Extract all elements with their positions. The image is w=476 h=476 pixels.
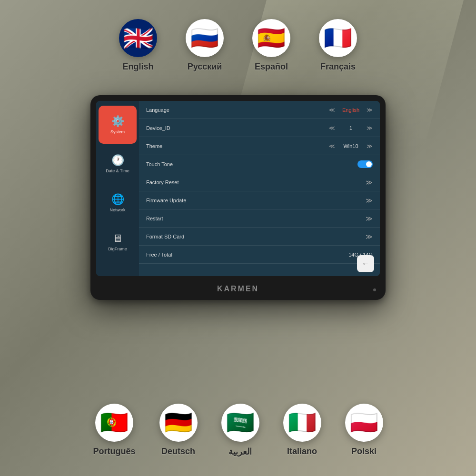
flag-spain: 🇪🇸: [252, 19, 290, 57]
device-id-arrow-right[interactable]: ≫: [367, 125, 373, 131]
sidebar-item-network[interactable]: 🌐 Network: [99, 184, 137, 222]
datetime-icon: 🕐: [111, 154, 124, 167]
device-screen: ⚙️ System 🕐 Date & Time 🌐 Network 🖥 DigF…: [96, 101, 380, 276]
firmware-arrow[interactable]: ≫: [366, 197, 373, 204]
theme-arrow-left[interactable]: ≪: [329, 143, 335, 149]
lang-label-english: English: [122, 62, 153, 72]
restart-arrow[interactable]: ≫: [366, 215, 373, 222]
row-label-factory-reset: Factory Reset: [146, 179, 366, 185]
device-id-controls: ≪ 1 ≫: [329, 125, 373, 131]
settings-row-format-sd[interactable]: Format SD Card ≫: [139, 228, 380, 246]
factory-reset-arrow[interactable]: ≫: [366, 178, 373, 186]
row-label-format-sd: Format SD Card: [146, 234, 366, 239]
lang-label-polish: Polski: [351, 446, 377, 456]
flag-italy: 🇮🇹: [283, 404, 321, 442]
sidebar: ⚙️ System 🕐 Date & Time 🌐 Network 🖥 DigF…: [96, 101, 139, 276]
lang-label-german: Deutsch: [161, 446, 195, 456]
lang-item-arabic[interactable]: 🇸🇦 العربية: [221, 404, 259, 457]
settings-row-restart[interactable]: Restart ≫: [139, 209, 380, 228]
flag-poland: 🇵🇱: [345, 404, 383, 442]
lang-label-spanish: Español: [255, 62, 288, 72]
top-language-flags: 🇬🇧 English 🇷🇺 Русский 🇪🇸 Español 🇫🇷 Fran…: [0, 19, 476, 72]
lang-label-russian: Русский: [188, 62, 222, 72]
settings-row-touch-tone[interactable]: Touch Tone: [139, 155, 380, 173]
sidebar-item-datetime[interactable]: 🕐 Date & Time: [99, 145, 137, 183]
language-value: English: [339, 107, 363, 113]
sidebar-label-datetime: Date & Time: [106, 169, 129, 173]
toggle-knob: [366, 161, 372, 167]
device-id-arrow-left[interactable]: ≪: [329, 125, 335, 131]
settings-panel: Language ≪ English ≫ Device_ID ≪ 1 ≫: [139, 101, 380, 276]
flag-uk: 🇬🇧: [119, 19, 157, 57]
row-label-firmware: Firmware Update: [146, 198, 366, 203]
row-label-device-id: Device_ID: [146, 125, 329, 131]
row-label-touch-tone: Touch Tone: [146, 161, 357, 167]
lang-item-portuguese[interactable]: 🇵🇹 Português: [93, 404, 135, 457]
lang-item-russian[interactable]: 🇷🇺 Русский: [186, 19, 224, 72]
lang-item-italian[interactable]: 🇮🇹 Italiano: [283, 404, 321, 457]
network-icon: 🌐: [111, 193, 124, 206]
lang-label-french: Français: [320, 62, 356, 72]
lang-label-portuguese: Português: [93, 446, 135, 456]
row-label-theme: Theme: [146, 143, 329, 149]
sidebar-item-system[interactable]: ⚙️ System: [99, 106, 137, 144]
theme-value: Win10: [339, 143, 363, 149]
sidebar-label-digframe: DigFrame: [108, 247, 127, 251]
flag-germany: 🇩🇪: [159, 404, 198, 442]
touch-tone-controls: [357, 160, 373, 168]
system-icon: ⚙️: [111, 115, 124, 128]
row-label-free-total: Free / Total: [146, 252, 348, 258]
device-indicator-dot: [373, 288, 376, 291]
lang-item-english[interactable]: 🇬🇧 English: [119, 19, 157, 72]
sidebar-label-network: Network: [109, 208, 125, 212]
settings-table: Language ≪ English ≫ Device_ID ≪ 1 ≫: [139, 101, 380, 264]
sidebar-item-digframe[interactable]: 🖥 DigFrame: [99, 223, 137, 261]
sidebar-label-system: System: [110, 129, 125, 134]
settings-row-device-id[interactable]: Device_ID ≪ 1 ≫: [139, 119, 380, 137]
lang-item-spanish[interactable]: 🇪🇸 Español: [252, 19, 290, 72]
device-id-value: 1: [339, 125, 363, 131]
back-button[interactable]: ←: [357, 255, 374, 272]
back-icon: ←: [362, 259, 369, 268]
settings-row-firmware[interactable]: Firmware Update ≫: [139, 191, 380, 209]
settings-row-language[interactable]: Language ≪ English ≫: [139, 101, 380, 119]
lang-item-french[interactable]: 🇫🇷 Français: [319, 19, 357, 72]
flag-portugal: 🇵🇹: [95, 404, 133, 442]
lang-item-polish[interactable]: 🇵🇱 Polski: [345, 404, 383, 457]
flag-russia: 🇷🇺: [186, 19, 224, 57]
flag-saudi: 🇸🇦: [221, 404, 259, 442]
settings-row-factory-reset[interactable]: Factory Reset ≫: [139, 173, 380, 191]
theme-controls: ≪ Win10 ≫: [329, 143, 373, 149]
lang-item-german[interactable]: 🇩🇪 Deutsch: [159, 404, 198, 457]
lang-label-arabic: العربية: [228, 446, 252, 457]
language-controls: ≪ English ≫: [329, 107, 373, 113]
language-arrow-left[interactable]: ≪: [329, 107, 335, 113]
format-sd-arrow[interactable]: ≫: [366, 233, 373, 240]
touch-tone-toggle[interactable]: [357, 160, 373, 168]
flag-france: 🇫🇷: [319, 19, 357, 57]
theme-arrow-right[interactable]: ≫: [367, 143, 373, 149]
row-label-language: Language: [146, 107, 329, 113]
settings-row-free-total: Free / Total 14G / 14G: [139, 246, 380, 264]
settings-row-theme[interactable]: Theme ≪ Win10 ≫: [139, 137, 380, 155]
device-brand-label: KARMEN: [217, 285, 259, 293]
device-frame: ⚙️ System 🕐 Date & Time 🌐 Network 🖥 DigF…: [90, 95, 386, 300]
row-label-restart: Restart: [146, 216, 366, 221]
bottom-language-flags: 🇵🇹 Português 🇩🇪 Deutsch 🇸🇦 العربية 🇮🇹 It…: [0, 404, 476, 457]
language-arrow-right[interactable]: ≫: [367, 107, 373, 113]
lang-label-italian: Italiano: [287, 446, 317, 456]
digframe-icon: 🖥: [112, 232, 123, 245]
